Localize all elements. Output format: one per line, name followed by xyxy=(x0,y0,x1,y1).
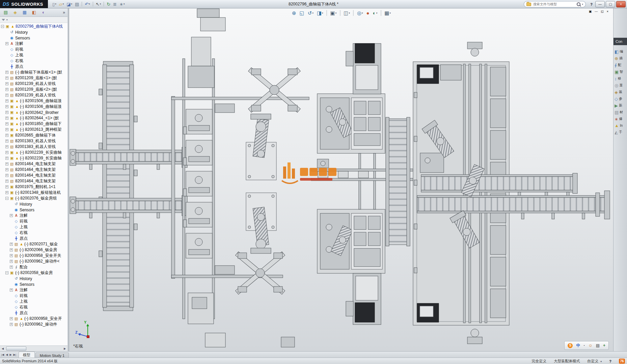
expand-box-icon[interactable]: + xyxy=(5,157,8,160)
smart-fasteners-icon[interactable]: ▣智 xyxy=(615,69,627,74)
cad-model-view[interactable] xyxy=(69,8,614,351)
tree-item[interactable]: ◇前视 xyxy=(0,218,67,224)
minimize-button[interactable]: — xyxy=(595,1,605,7)
tree-item[interactable]: −▣(-) 82002058_钣金房 xyxy=(0,270,67,276)
tree-item[interactable]: +▧82001239_机器人管线 xyxy=(0,92,67,98)
bill-of-materials-icon[interactable]: ▤材 xyxy=(615,110,627,115)
expand-box-icon[interactable]: + xyxy=(5,122,8,125)
chain-conveyor[interactable] xyxy=(386,117,410,246)
first-tab-button[interactable]: |◀ xyxy=(1,354,5,356)
assembly-features-icon[interactable]: ◈装 xyxy=(615,90,627,94)
dropdown-caret-icon[interactable]: ▾ xyxy=(322,12,323,14)
undo-icon[interactable]: ↶▾ xyxy=(84,2,91,7)
expand-box-icon[interactable]: + xyxy=(5,191,8,194)
expand-box-icon[interactable]: + xyxy=(5,111,8,114)
close-button[interactable]: × xyxy=(616,1,626,7)
ime-chinese-mode-icon[interactable]: 中 xyxy=(575,343,581,348)
tab-motion-study-1[interactable]: Motion Study 1 xyxy=(35,353,69,358)
tree-item[interactable]: ◉Sensors xyxy=(0,35,67,41)
new-document-icon[interactable]: ▯▾ xyxy=(51,2,57,7)
tree-item[interactable]: +▧82001383_机器人管线 xyxy=(0,138,67,144)
dropdown-caret-icon[interactable]: ▾ xyxy=(55,3,56,5)
property-manager-tab-icon[interactable]: ◈ xyxy=(10,10,20,15)
rebuild-icon[interactable]: ↻ xyxy=(106,2,111,7)
scrollbar-thumb[interactable] xyxy=(6,346,26,351)
expand-box-icon[interactable]: + xyxy=(10,254,13,257)
tree-item[interactable]: −▣▲!82002796_曲轴箱下体A线 xyxy=(0,24,67,29)
options-icon[interactable]: ∗▾ xyxy=(118,2,126,7)
expand-box-icon[interactable]: + xyxy=(10,323,13,326)
tree-item[interactable]: +▣▲!(-) 82002644_<1> (默 xyxy=(0,115,67,121)
search-input[interactable] xyxy=(533,2,575,6)
expand-box-icon[interactable]: + xyxy=(5,94,8,97)
tree-item[interactable]: +▧82001464_电主轴支架 xyxy=(0,167,67,173)
doc-close-icon[interactable]: × xyxy=(606,10,609,13)
section-view-icon[interactable]: ◨▾ xyxy=(316,10,324,16)
tree-item[interactable]: +▣▲!(-) 82002239_长安曲轴 xyxy=(0,155,67,161)
tree-item[interactable]: +▧82001464_电主轴支架 xyxy=(0,173,67,178)
tree-item[interactable]: ◇右视 xyxy=(0,304,67,310)
tree-item[interactable]: ╋原点 xyxy=(0,64,67,69)
tree-item[interactable]: +▣▲!(-) 82002613_两种框架 xyxy=(0,127,67,132)
ime-emoticon-icon[interactable]: ☺ xyxy=(587,343,593,348)
mate-icon[interactable]: ∮配 xyxy=(615,63,627,67)
expand-box-icon[interactable]: + xyxy=(5,128,8,131)
scroll-left-icon[interactable]: ◀ xyxy=(0,347,5,350)
gantry-robot-bottom[interactable] xyxy=(215,252,285,294)
tree-item[interactable]: ↺History xyxy=(0,29,67,35)
interference-detection-icon[interactable]: ◭干 xyxy=(615,130,627,134)
tool-column-top[interactable] xyxy=(346,43,381,94)
tree-item[interactable]: +▣▲!(-) 82002642_Brother xyxy=(0,110,67,115)
zoom-fit-icon[interactable]: ⊕ xyxy=(291,10,297,16)
tree-item[interactable]: ◇上视 xyxy=(0,52,67,58)
tree-item[interactable]: +▣▲!(-) 82001850_曲轴箱下 xyxy=(0,121,67,127)
gantry-robot-top[interactable] xyxy=(215,68,300,113)
dropdown-caret-icon[interactable]: ▾ xyxy=(71,3,73,5)
dropdown-caret-icon[interactable]: ▾ xyxy=(312,12,314,14)
dropdown-caret-icon[interactable]: ▾ xyxy=(63,3,64,5)
filter-funnel-icon[interactable] xyxy=(2,19,5,21)
expand-box-icon[interactable]: + xyxy=(10,260,13,263)
tree-item[interactable]: +▧82001383_机器人管线 xyxy=(0,144,67,150)
feature-manager-tab-icon[interactable]: ▤ xyxy=(1,10,10,15)
expand-box-icon[interactable]: + xyxy=(5,151,8,154)
dropdown-caret-icon[interactable]: ▾ xyxy=(89,3,90,5)
search-box[interactable]: ▾ xyxy=(524,1,586,7)
scroll-right-icon[interactable]: ▶ xyxy=(62,347,67,350)
doc-cascade-icon[interactable]: ▣ xyxy=(588,10,593,13)
tree-item[interactable]: ↺History xyxy=(0,201,67,207)
dropdown-caret-icon[interactable]: ▾ xyxy=(100,3,101,5)
status-help-icon[interactable]: ? xyxy=(609,359,611,363)
tree-item[interactable]: +▧(-) 82000958_安全开关 xyxy=(0,253,67,259)
instant3d-icon[interactable]: ▲In xyxy=(615,123,627,128)
expand-box-icon[interactable]: + xyxy=(5,88,8,91)
view-settings-icon[interactable]: ▦▾ xyxy=(383,10,392,16)
tree-item[interactable]: ◇上视 xyxy=(0,224,67,230)
viewport[interactable]: ⊕◱↺▾◨▾▣▾◫▾◎▾●◐▾▦▾ ▣—◱× Y Z *右视 S中·☺▤+ xyxy=(69,8,614,351)
ime-toolbox-icon[interactable]: + xyxy=(602,343,606,348)
file-properties-icon[interactable]: ≣ xyxy=(112,2,118,7)
tree-item[interactable]: ◉Sensors xyxy=(0,281,67,287)
expand-box-icon[interactable]: + xyxy=(5,185,8,188)
expand-box-icon[interactable]: + xyxy=(5,134,8,137)
tree-item[interactable]: +▣▲!(-) 82002239_长安曲轴 xyxy=(0,150,67,155)
expand-box-icon[interactable]: + xyxy=(5,162,8,165)
expand-box-icon[interactable]: + xyxy=(10,214,13,217)
tree-item[interactable]: ◇上视 xyxy=(0,299,67,304)
tree-item[interactable]: ◉Sensors xyxy=(0,207,67,213)
expand-box-icon[interactable]: + xyxy=(5,105,8,108)
search-icon[interactable] xyxy=(577,2,580,6)
expand-box-icon[interactable]: + xyxy=(10,317,13,320)
tree-item[interactable]: +▧82001209_底板<1> (默 xyxy=(0,75,67,81)
next-tab-button[interactable]: ▶ xyxy=(9,354,12,356)
doc-minimize-icon[interactable]: — xyxy=(594,10,599,13)
tree-filter-row[interactable]: ▾ xyxy=(0,17,67,23)
select-icon[interactable]: ↖▾ xyxy=(95,2,102,7)
tree-item[interactable]: +▧82001239_机器人管线 xyxy=(0,81,67,87)
tree-item[interactable]: ╋原点 xyxy=(0,310,67,316)
expand-box-icon[interactable]: + xyxy=(5,140,8,143)
expand-box-icon[interactable]: + xyxy=(5,82,8,85)
safety-enclosure[interactable] xyxy=(413,62,509,325)
pallet-conveyor-left[interactable] xyxy=(99,61,137,311)
display-manager-tab-icon[interactable]: ◐ xyxy=(39,10,48,15)
